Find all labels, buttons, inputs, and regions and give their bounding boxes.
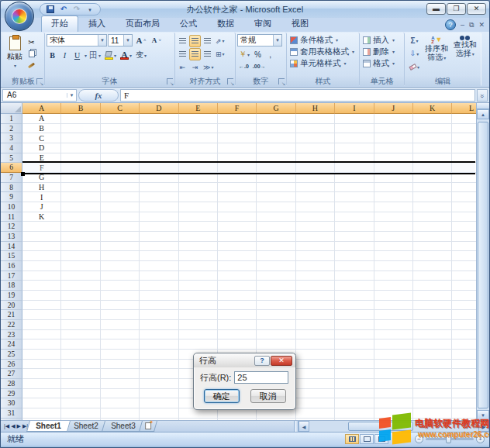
- cell-I22[interactable]: [335, 320, 374, 330]
- cell-E23[interactable]: [179, 330, 218, 340]
- cell-I29[interactable]: [335, 389, 374, 399]
- vertical-scrollbar[interactable]: ▲ ▼: [476, 103, 489, 420]
- cell-L20[interactable]: [452, 301, 478, 311]
- number-dialog-launcher[interactable]: [278, 78, 285, 84]
- cell-K13[interactable]: [413, 232, 452, 242]
- cell-I7[interactable]: [335, 173, 374, 183]
- grow-font-button[interactable]: A˄: [133, 34, 148, 47]
- orientation-button[interactable]: ⇗▾: [214, 35, 226, 47]
- cell-B20[interactable]: [61, 301, 100, 311]
- cell-G13[interactable]: [257, 232, 295, 242]
- ribbon-tab-6[interactable]: 视图: [281, 16, 319, 32]
- cell-I16[interactable]: [335, 261, 374, 271]
- cell-H25[interactable]: [296, 350, 335, 360]
- cell-I17[interactable]: [335, 271, 374, 281]
- fill-button[interactable]: ⇩▾: [406, 47, 423, 60]
- cell-G22[interactable]: [257, 320, 295, 330]
- cell-F18[interactable]: [218, 281, 257, 291]
- cell-F8[interactable]: [218, 183, 257, 193]
- cell-I9[interactable]: [335, 192, 374, 202]
- cell-I25[interactable]: [335, 350, 374, 360]
- cell-C19[interactable]: [101, 291, 140, 301]
- row-header-15[interactable]: 15: [1, 251, 22, 261]
- cell-A29[interactable]: [22, 389, 61, 399]
- cell-K5[interactable]: [413, 153, 452, 164]
- cell-H17[interactable]: [296, 271, 335, 281]
- cell-E2[interactable]: [179, 124, 218, 134]
- cell-L4[interactable]: [452, 143, 478, 153]
- align-right-button[interactable]: [202, 48, 213, 60]
- cell-I2[interactable]: [335, 124, 374, 134]
- cell-A23[interactable]: [22, 330, 61, 340]
- row-header-30[interactable]: 30: [1, 398, 22, 408]
- cell-E10[interactable]: [179, 202, 218, 212]
- cell-H26[interactable]: [296, 360, 335, 370]
- cell-L26[interactable]: [452, 360, 478, 370]
- cell-G3[interactable]: [257, 133, 295, 143]
- cell-D20[interactable]: [140, 301, 178, 311]
- row-header-14[interactable]: 14: [1, 242, 22, 252]
- sort-filter-button[interactable]: AZ ▼ 排序和 筛选▾: [423, 34, 450, 73]
- cell-H28[interactable]: [296, 379, 335, 389]
- fill-color-button[interactable]: ▾: [103, 49, 118, 61]
- zoom-slider[interactable]: [426, 438, 474, 440]
- cell-B10[interactable]: [61, 202, 100, 212]
- cell-F2[interactable]: [218, 124, 257, 134]
- cell-D17[interactable]: [140, 271, 178, 281]
- redo-button[interactable]: ↷: [71, 5, 82, 15]
- cell-H20[interactable]: [296, 301, 335, 311]
- cell-I10[interactable]: [335, 202, 374, 212]
- cell-C6[interactable]: [101, 163, 140, 173]
- cell-I6[interactable]: [335, 163, 374, 173]
- column-header-K[interactable]: K: [413, 103, 452, 114]
- cell-D3[interactable]: [140, 133, 178, 143]
- column-header-D[interactable]: D: [140, 103, 178, 114]
- cell-I21[interactable]: [335, 310, 374, 320]
- cell-A25[interactable]: [22, 350, 61, 360]
- cell-F4[interactable]: [218, 143, 257, 153]
- cell-I28[interactable]: [335, 379, 374, 389]
- cell-D9[interactable]: [140, 192, 178, 202]
- cell-K3[interactable]: [413, 133, 452, 143]
- cell-A30[interactable]: [22, 398, 61, 408]
- cell-B30[interactable]: [61, 398, 100, 408]
- cell-C1[interactable]: [101, 114, 140, 124]
- font-name-combo[interactable]: 宋体▼: [47, 34, 107, 47]
- cell-A12[interactable]: [22, 222, 61, 232]
- cell-F31[interactable]: [218, 408, 257, 419]
- cell-H30[interactable]: [296, 398, 335, 408]
- cell-A24[interactable]: [22, 339, 61, 350]
- cell-F13[interactable]: [218, 232, 257, 242]
- cell-A1[interactable]: A: [22, 114, 61, 124]
- copy-button[interactable]: [26, 48, 37, 59]
- align-center-button[interactable]: [189, 48, 201, 60]
- cell-D15[interactable]: [140, 251, 178, 261]
- cell-B14[interactable]: [61, 242, 100, 252]
- cell-E13[interactable]: [179, 232, 218, 242]
- align-left-button[interactable]: [177, 48, 188, 60]
- cell-G8[interactable]: [257, 183, 295, 193]
- cell-F1[interactable]: [218, 114, 257, 124]
- page-break-view-button[interactable]: [374, 434, 388, 444]
- cell-B11[interactable]: [61, 212, 100, 222]
- cell-K21[interactable]: [413, 310, 452, 320]
- cell-L2[interactable]: [452, 124, 478, 134]
- cell-G19[interactable]: [257, 291, 295, 301]
- cell-J19[interactable]: [374, 291, 413, 301]
- scroll-down-button[interactable]: ▼: [477, 410, 489, 420]
- cell-D6[interactable]: [140, 163, 178, 173]
- cell-F5[interactable]: [218, 153, 257, 164]
- cell-C20[interactable]: [101, 301, 140, 311]
- cell-B31[interactable]: [61, 408, 100, 419]
- cell-C7[interactable]: [101, 173, 140, 183]
- cell-K22[interactable]: [413, 320, 452, 330]
- cell-L13[interactable]: [452, 232, 478, 242]
- row-height-input[interactable]: 25: [234, 371, 288, 384]
- decrease-indent-button[interactable]: ⇤: [177, 61, 188, 74]
- cell-J22[interactable]: [374, 320, 413, 330]
- cell-F17[interactable]: [218, 271, 257, 281]
- currency-format-button[interactable]: ￥▾: [237, 48, 251, 60]
- decrease-decimal-button[interactable]: .00→: [251, 60, 267, 73]
- cell-J21[interactable]: [374, 310, 413, 320]
- cell-E21[interactable]: [179, 310, 218, 320]
